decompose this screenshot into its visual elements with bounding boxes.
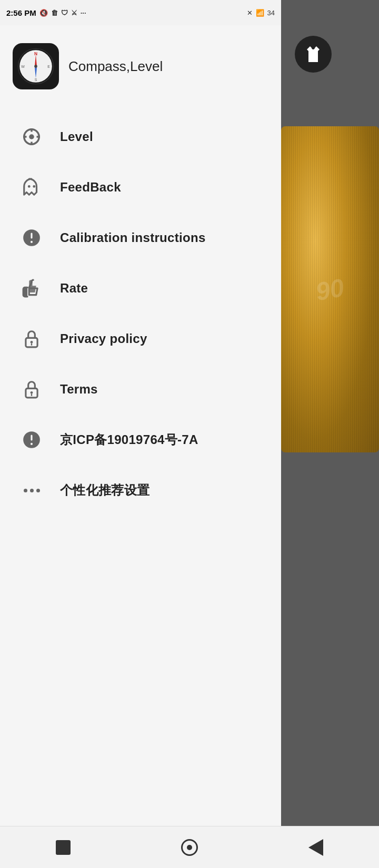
svg-point-30 xyxy=(31,443,33,445)
icp-icon-wrap xyxy=(18,426,45,453)
recents-icon xyxy=(56,840,71,855)
status-indicators: ✕ 📶 34 xyxy=(247,9,275,17)
feedback-icon-wrap xyxy=(18,174,45,201)
battery-saver-icon: 🗑 xyxy=(51,9,58,17)
navigation-bar xyxy=(0,826,379,868)
svg-point-26 xyxy=(31,391,33,394)
svg-point-23 xyxy=(31,341,33,344)
recents-button[interactable] xyxy=(47,832,79,863)
drawer-panel: N S E W Compass,Level xyxy=(0,25,281,868)
more-icon: ··· xyxy=(81,9,86,17)
ghost-icon xyxy=(22,177,42,197)
menu-item-feedback[interactable]: FeedBack xyxy=(13,162,268,213)
calibration-icon-wrap xyxy=(18,224,45,251)
menu-item-privacy[interactable]: Privacy policy xyxy=(13,314,268,364)
shirt-icon xyxy=(304,45,323,64)
personalized-icon-wrap xyxy=(18,477,45,504)
calibration-label: Calibration instructions xyxy=(60,230,206,245)
menu-item-terms[interactable]: Terms xyxy=(13,364,268,415)
svg-text:W: W xyxy=(21,65,25,68)
terms-lock-icon xyxy=(22,379,42,399)
mute-icon: 🔇 xyxy=(39,9,48,17)
coin-image: 90 xyxy=(281,126,379,452)
home-button[interactable] xyxy=(174,832,205,863)
lock-icon xyxy=(22,329,42,349)
compass-svg: N S E W xyxy=(17,48,54,85)
exclamation-circle-icon xyxy=(22,228,42,248)
menu-item-rate[interactable]: Rate xyxy=(13,263,268,314)
terms-label: Terms xyxy=(60,382,98,397)
menu-item-icp[interactable]: 京ICP备19019764号-7A xyxy=(13,415,268,465)
app-header: N S E W Compass,Level xyxy=(13,38,268,95)
menu-item-personalized[interactable]: 个性化推荐设置 xyxy=(13,465,268,516)
privacy-label: Privacy policy xyxy=(60,331,147,346)
app-icon: N S E W xyxy=(13,43,59,89)
svg-point-8 xyxy=(34,65,37,68)
privacy-icon-wrap xyxy=(18,325,45,352)
back-button[interactable] xyxy=(300,832,332,863)
app-title: Compass,Level xyxy=(68,58,163,75)
status-time: 2:56 PM 🔇 🗑 🛡 ⚔ ··· xyxy=(6,8,86,17)
back-icon xyxy=(308,839,323,856)
rate-label: Rate xyxy=(60,281,88,296)
terms-icon-wrap xyxy=(18,376,45,403)
feedback-label: FeedBack xyxy=(60,180,121,195)
battery-icon: 34 xyxy=(267,9,275,17)
time-display: 2:56 PM xyxy=(6,8,36,17)
crosshair-icon xyxy=(22,127,42,147)
level-icon-wrap xyxy=(18,123,45,150)
svg-point-15 xyxy=(28,185,31,188)
thumbsup-icon xyxy=(22,278,42,298)
menu-list: Level FeedBack Calibration xyxy=(13,112,268,516)
status-bar: 2:56 PM 🔇 🗑 🛡 ⚔ ··· ✕ 📶 34 xyxy=(0,0,281,25)
level-label: Level xyxy=(60,129,93,144)
svg-point-16 xyxy=(33,185,35,188)
svg-text:E: E xyxy=(47,65,50,68)
right-panel: 90 xyxy=(281,0,379,868)
svg-text:S: S xyxy=(35,78,37,82)
svg-rect-29 xyxy=(31,435,32,441)
shield-icon: 🛡 xyxy=(61,9,68,17)
svg-point-19 xyxy=(31,241,33,243)
svg-rect-18 xyxy=(31,233,32,239)
menu-item-level[interactable]: Level xyxy=(13,112,268,162)
svg-rect-21 xyxy=(23,287,27,296)
more-dots-icon xyxy=(24,489,40,492)
close-icon: ✕ xyxy=(247,9,253,17)
menu-item-calibration[interactable]: Calibration instructions xyxy=(13,213,268,263)
home-icon xyxy=(181,839,198,856)
personalized-label: 个性化推荐设置 xyxy=(60,482,149,499)
wifi-icon: 📶 xyxy=(256,9,264,17)
avatar[interactable] xyxy=(295,36,332,73)
coin-text: 90 xyxy=(314,272,346,306)
rate-icon-wrap xyxy=(18,275,45,302)
icp-exclamation-icon xyxy=(22,430,42,450)
shield2-icon: ⚔ xyxy=(71,9,77,17)
battery-level: 34 xyxy=(267,9,275,17)
svg-point-10 xyxy=(29,134,34,139)
icp-label: 京ICP备19019764号-7A xyxy=(60,431,198,448)
